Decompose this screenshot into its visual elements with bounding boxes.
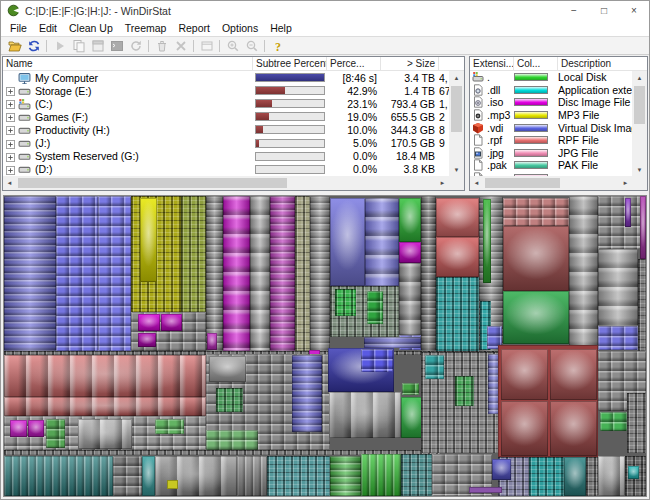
treemap-block[interactable] — [98, 196, 131, 351]
treemap-block[interactable] — [209, 356, 246, 382]
treemap-block[interactable] — [586, 457, 598, 496]
treemap-block[interactable] — [4, 397, 206, 416]
column-header-subtree-percentage[interactable]: Subtree Percent... — [253, 57, 327, 70]
help-icon[interactable]: ? — [268, 38, 287, 53]
treemap-block[interactable] — [78, 419, 133, 449]
treemap-block[interactable] — [598, 196, 646, 249]
treemap-block[interactable] — [161, 314, 182, 331]
treemap-block[interactable] — [569, 196, 598, 351]
treemap-block[interactable] — [330, 198, 365, 287]
scroll-right-icon[interactable]: ► — [619, 180, 632, 186]
tree-row-productivity-h[interactable]: Productivity (H:)10.0%344.3 GB8 — [3, 123, 449, 136]
treemap-block[interactable] — [155, 419, 184, 434]
expand-plus-icon[interactable] — [6, 99, 15, 108]
column-header-items-partial[interactable] — [439, 57, 451, 70]
treemap-block[interactable] — [564, 457, 586, 496]
treemap-block[interactable] — [4, 196, 56, 351]
treemap-block[interactable] — [223, 196, 250, 351]
treemap-block[interactable] — [140, 198, 157, 282]
treemap-block[interactable] — [399, 242, 421, 263]
treemap-block[interactable] — [167, 480, 178, 489]
treemap-block[interactable] — [267, 456, 331, 497]
treemap-block[interactable] — [250, 196, 271, 351]
treemap-block[interactable] — [155, 456, 237, 497]
expand-plus-icon[interactable] — [6, 125, 15, 134]
tree-row-games-f[interactable]: Games (F:)19.0%655.5 GB2 — [3, 110, 449, 123]
scroll-down-icon[interactable]: ▼ — [449, 163, 464, 176]
treemap-block[interactable] — [46, 419, 65, 448]
treemap-block[interactable] — [367, 291, 382, 324]
treemap-block[interactable] — [310, 196, 331, 351]
extension-row-mp3[interactable]: .mp3MP3 File — [470, 109, 632, 122]
extension-row-rpf[interactable]: .rpfRPF File — [470, 134, 632, 147]
scroll-right-icon[interactable]: ► — [436, 180, 449, 186]
menu-options[interactable]: Options — [216, 21, 264, 35]
column-header-description[interactable]: Description — [558, 57, 647, 70]
tree-row-my-computer[interactable]: My Computer[8:46 s]3.4 TB4, — [3, 71, 449, 84]
treemap-block[interactable] — [56, 196, 98, 351]
tree-row-system-reserved-g[interactable]: System Reserved (G:)0.0%18.4 MB — [3, 150, 449, 163]
treemap-block[interactable] — [501, 349, 549, 400]
extension-horizontal-scrollbar[interactable]: ◄ ► — [470, 176, 632, 190]
scroll-thumb[interactable] — [485, 178, 560, 188]
scroll-thumb[interactable] — [18, 178, 287, 188]
menu-clean-up[interactable]: Clean Up — [63, 21, 119, 35]
column-header-extension[interactable]: Extensi... — [470, 57, 514, 70]
scroll-down-icon[interactable]: ▼ — [632, 163, 647, 176]
treemap-block[interactable] — [4, 355, 206, 397]
scroll-up-icon[interactable]: ▲ — [449, 71, 464, 84]
treemap-block[interactable] — [492, 459, 511, 480]
treemap-block[interactable] — [138, 333, 157, 347]
menu-help[interactable]: Help — [264, 21, 298, 35]
treemap-block[interactable] — [292, 355, 322, 432]
treemap-block[interactable] — [469, 487, 502, 493]
treemap-block[interactable] — [550, 349, 597, 400]
treemap-block[interactable] — [483, 199, 491, 283]
treemap-block[interactable] — [10, 420, 27, 437]
treemap-block[interactable] — [4, 456, 113, 497]
treemap-block[interactable] — [436, 198, 479, 237]
extension-row-iso[interactable]: .isoDisc Image File — [470, 96, 632, 109]
menu-report[interactable]: Report — [172, 21, 216, 35]
treemap-block[interactable] — [330, 456, 361, 496]
extension-row-pak[interactable]: .pakPAK File — [470, 159, 632, 172]
treemap-block[interactable] — [335, 289, 356, 316]
tree-row-c[interactable]: (C:)23.1%793.4 GB1, — [3, 97, 449, 110]
treemap-block[interactable] — [361, 454, 401, 496]
scroll-left-icon[interactable]: ◄ — [470, 180, 483, 186]
treemap-block[interactable] — [455, 376, 474, 406]
treemap-block[interactable] — [401, 454, 432, 496]
expand-plus-icon[interactable] — [6, 86, 15, 95]
column-header-name[interactable]: Name — [3, 57, 253, 70]
treemap-block[interactable] — [138, 314, 160, 331]
extension-row-dll[interactable]: .dllApplication extension — [470, 84, 632, 97]
extension-row-root[interactable]: .Local Disk — [470, 71, 632, 84]
treemap-block[interactable] — [598, 456, 626, 497]
open-icon[interactable] — [5, 38, 24, 53]
scroll-up-icon[interactable]: ▲ — [632, 71, 647, 84]
minimize-button[interactable]: − — [559, 1, 589, 20]
treemap-block[interactable] — [425, 355, 445, 379]
treemap-block[interactable] — [364, 337, 422, 349]
treemap-block[interactable] — [237, 456, 267, 497]
treemap-block[interactable] — [436, 277, 479, 351]
treemap-block[interactable] — [181, 196, 205, 312]
scroll-thumb[interactable] — [451, 86, 462, 132]
treemap-block[interactable] — [625, 198, 631, 227]
treemap-block[interactable] — [207, 333, 217, 350]
treemap-block[interactable] — [550, 401, 597, 456]
expand-plus-icon[interactable] — [6, 165, 15, 174]
expand-plus-icon[interactable] — [6, 139, 15, 148]
close-button[interactable]: × — [619, 1, 649, 20]
treemap-block[interactable] — [503, 291, 569, 344]
treemap-block[interactable] — [638, 259, 646, 351]
column-header-percentage[interactable]: Perce... — [327, 57, 381, 70]
treemap[interactable] — [3, 195, 647, 497]
column-header-size[interactable]: > Size — [381, 57, 439, 70]
tree-row-d[interactable]: (D:)0.0%3.8 KB — [3, 163, 449, 176]
extension-vertical-scrollbar[interactable]: ▲ ▼ — [632, 71, 647, 176]
extension-row-vdi[interactable]: .vdiVirtual Disk Image — [470, 121, 632, 134]
menu-treemap[interactable]: Treemap — [119, 21, 173, 35]
treemap-block[interactable] — [628, 466, 639, 479]
extension-row-jpg[interactable]: .jpgJPG File — [470, 147, 632, 160]
